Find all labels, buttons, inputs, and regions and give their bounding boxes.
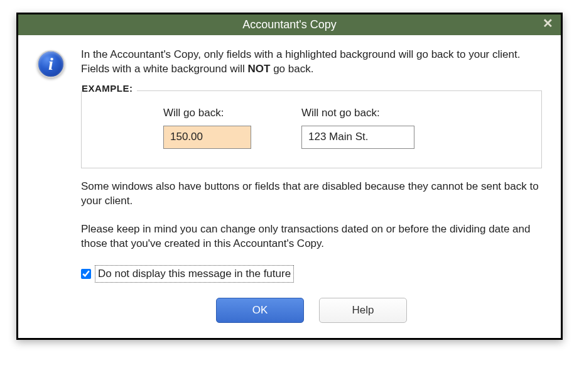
example-will-not-go-back: Will not go back: 123 Main St. bbox=[301, 106, 414, 149]
intro-part2: go back. bbox=[270, 63, 313, 75]
will-go-back-label: Will go back: bbox=[163, 106, 251, 121]
suppress-message-checkbox[interactable] bbox=[81, 269, 91, 279]
suppress-message-label-wrap[interactable]: Do not display this message in the futur… bbox=[95, 265, 294, 283]
ok-button[interactable]: OK bbox=[216, 298, 304, 323]
disabled-note: Some windows also have buttons or fields… bbox=[81, 180, 542, 209]
close-icon[interactable]: ✕ bbox=[543, 17, 553, 30]
dividing-date-note: Please keep in mind you can change only … bbox=[81, 222, 542, 251]
will-not-go-back-label: Will not go back: bbox=[301, 106, 414, 121]
accountants-copy-dialog: Accountant's Copy ✕ i In the Accountant'… bbox=[16, 13, 563, 340]
intro-bold: NOT bbox=[248, 63, 271, 75]
example-legend: EXAMPLE: bbox=[82, 82, 137, 95]
content-column: In the Accountant's Copy, only fields wi… bbox=[81, 48, 542, 323]
button-row: OK Help bbox=[81, 298, 542, 323]
highlighted-field: 150.00 bbox=[163, 126, 251, 149]
suppress-message-label: Do not display this message in the futur… bbox=[98, 268, 291, 280]
suppress-message-row: Do not display this message in the futur… bbox=[81, 265, 542, 283]
info-icon: i bbox=[37, 50, 65, 78]
example-will-go-back: Will go back: 150.00 bbox=[163, 106, 251, 149]
dialog-body: i In the Accountant's Copy, only fields … bbox=[18, 35, 561, 338]
white-field: 123 Main St. bbox=[301, 126, 414, 149]
example-grid: Will go back: 150.00 Will not go back: 1… bbox=[100, 106, 522, 149]
help-button[interactable]: Help bbox=[319, 298, 407, 323]
info-icon-glyph: i bbox=[48, 55, 53, 73]
intro-text: In the Accountant's Copy, only fields wi… bbox=[81, 48, 542, 77]
titlebar: Accountant's Copy ✕ bbox=[18, 14, 561, 35]
icon-column: i bbox=[37, 48, 68, 323]
dialog-title: Accountant's Copy bbox=[242, 18, 337, 31]
example-fieldset: EXAMPLE: Will go back: 150.00 Will not g… bbox=[81, 90, 542, 168]
